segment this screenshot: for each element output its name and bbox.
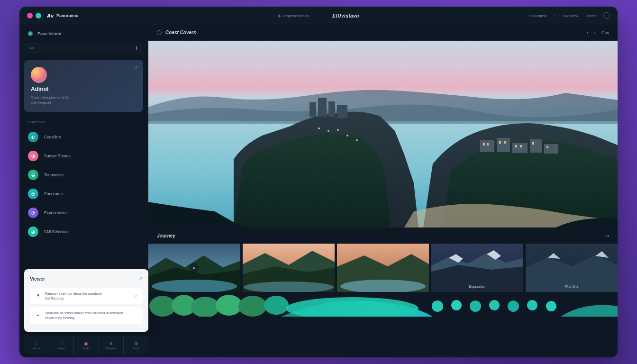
nav-list: ◐Coastline ◑Sunset Shores ◒Tourmaline ◓P… xyxy=(19,128,148,241)
nav-item-1[interactable]: ◑Sunset Shores xyxy=(28,151,139,161)
strip-header: Journey ↪ xyxy=(148,228,618,244)
nav-item-5[interactable]: ◕Cliff Selection xyxy=(28,227,139,237)
share-icon[interactable]: ↪ xyxy=(605,233,609,238)
audio-icon: ◉ xyxy=(84,341,88,346)
brand-logo: Av xyxy=(47,13,54,18)
nav-label-5: Cliff Selection xyxy=(44,229,69,234)
thumb-3[interactable]: Exploration xyxy=(431,244,523,292)
title-bar: Av Panoramic ◈ Representation EtUvistavo… xyxy=(19,7,618,25)
dock-label-4: Tools xyxy=(133,347,139,350)
dock-item-1[interactable]: ♡Saved xyxy=(49,336,74,355)
title-right-item-0[interactable]: Panoramic xyxy=(529,14,547,18)
gear-icon: ⚙ xyxy=(134,341,138,346)
svg-rect-5 xyxy=(337,105,347,118)
thumb-0[interactable]: ▸ xyxy=(148,244,240,292)
minimize-dot[interactable] xyxy=(36,13,41,18)
svg-point-44 xyxy=(508,300,519,312)
sidebar: Pano Viewer ⬇ ⤢ Adinol Ocean vista panor… xyxy=(19,25,148,357)
dock-label-0: Home xyxy=(33,347,40,350)
thumb-1[interactable] xyxy=(243,244,335,292)
main: Coast Covers ⋮ ○ Cov xyxy=(148,25,618,357)
search-row[interactable]: ⬇ xyxy=(24,43,143,54)
section-label: Collection ⌐ xyxy=(19,118,148,128)
svg-point-36 xyxy=(216,295,242,316)
external-link-icon[interactable]: ↗ xyxy=(138,276,143,282)
thumb-caption-4: First One xyxy=(565,285,579,288)
sidebar-header-icon xyxy=(28,31,33,36)
hero-image[interactable] xyxy=(148,41,618,228)
nav-label-4: Experimental xyxy=(44,210,68,215)
circle-icon[interactable]: ○ xyxy=(594,30,597,35)
dock-item-2[interactable]: ◉Audio xyxy=(74,336,99,355)
dock-label-3: Playlists xyxy=(106,347,117,350)
svg-rect-21 xyxy=(520,145,522,147)
svg-point-41 xyxy=(451,300,462,310)
svg-rect-20 xyxy=(515,145,517,147)
svg-rect-3 xyxy=(318,98,327,117)
popup-item-1[interactable]: • Shoreline of distant harbor from eleva… xyxy=(30,307,143,324)
location-icon: ◈ xyxy=(278,14,281,18)
svg-rect-17 xyxy=(487,143,489,146)
active-card-title: Adinol xyxy=(31,86,136,92)
dock-label-2: Audio xyxy=(82,347,90,350)
avatar[interactable] xyxy=(603,12,610,19)
nav-icon-2: ◒ xyxy=(28,170,38,180)
nav-item-4[interactable]: ◔Experimental xyxy=(28,208,139,218)
list-icon: ≡ xyxy=(110,341,113,346)
ring-icon xyxy=(157,30,162,35)
svg-point-43 xyxy=(489,300,500,310)
nav-icon-0: ◐ xyxy=(28,132,38,142)
nav-item-2[interactable]: ◒Tourmaline xyxy=(28,170,139,180)
svg-point-46 xyxy=(546,301,556,311)
nav-label-1: Sunset Shores xyxy=(44,154,71,158)
expand-icon[interactable]: ⤢ xyxy=(135,65,138,70)
svg-rect-12 xyxy=(497,138,510,152)
svg-rect-11 xyxy=(480,140,494,152)
thumb-row: ▸ xyxy=(148,244,618,292)
collapse-icon[interactable]: ⌐ xyxy=(137,119,139,124)
search-input[interactable] xyxy=(29,46,117,50)
popup-item-text-0: Panorama set four about the seashorelast… xyxy=(45,291,130,301)
title-right-item-2[interactable]: Theme xyxy=(585,14,597,18)
nav-label-3: Panoramic xyxy=(44,191,64,196)
nav-icon-1: ◑ xyxy=(28,151,38,161)
active-card[interactable]: ⤢ Adinol Ocean vista panorama tier one v… xyxy=(24,60,143,112)
strip-title: Journey xyxy=(157,233,175,238)
popup-title: Viewer xyxy=(30,276,45,282)
menu-icon[interactable]: ⋮ xyxy=(585,30,590,35)
dock-item-3[interactable]: ≡Playlists xyxy=(99,336,124,355)
plus-icon[interactable]: + xyxy=(554,14,556,18)
window-controls xyxy=(27,13,41,18)
svg-point-8 xyxy=(337,129,339,131)
title-right: Panoramic + Overview Theme xyxy=(529,12,610,19)
active-card-sub1: Ocean vista panorama tier xyxy=(31,95,136,100)
title-right-item-1[interactable]: Overview xyxy=(563,14,578,18)
content-header-badge[interactable]: Cov xyxy=(601,30,609,35)
svg-point-40 xyxy=(432,300,443,312)
svg-rect-23 xyxy=(546,146,548,148)
svg-point-10 xyxy=(356,139,358,141)
dock-item-0[interactable]: ⌂Home xyxy=(24,336,49,355)
nav-item-0[interactable]: ◐Coastline xyxy=(28,132,139,142)
popup-item-0[interactable]: 📍 Panorama set four about the seashorela… xyxy=(30,288,143,305)
title-tab[interactable]: ◈ Representation xyxy=(278,14,309,18)
svg-point-6 xyxy=(318,127,320,129)
title-tab-label: Representation xyxy=(283,14,309,18)
download-icon[interactable]: ⬇ xyxy=(135,46,138,51)
thumb-2[interactable] xyxy=(337,244,429,292)
popup-item-text-1: Shoreline of distant harbor from elevate… xyxy=(45,311,138,320)
sidebar-header-title: Pano Viewer xyxy=(37,31,62,36)
close-dot[interactable] xyxy=(27,13,33,18)
svg-point-38 xyxy=(264,296,289,315)
nav-item-3[interactable]: ◓Panoramic xyxy=(28,189,139,199)
content-header-title: Coast Covers xyxy=(165,30,196,35)
refresh-icon[interactable]: ⟳ xyxy=(134,294,138,299)
svg-rect-15 xyxy=(544,144,558,154)
dock-item-4[interactable]: ⚙Tools xyxy=(124,336,148,355)
svg-rect-4 xyxy=(328,101,335,117)
active-card-avatar xyxy=(31,67,47,83)
thumb-4[interactable]: First One xyxy=(526,244,618,292)
section-label-text: Collection xyxy=(28,120,45,124)
active-card-sub2: one viewpoint xyxy=(31,100,136,106)
content-header: Coast Covers ⋮ ○ Cov xyxy=(148,25,618,41)
